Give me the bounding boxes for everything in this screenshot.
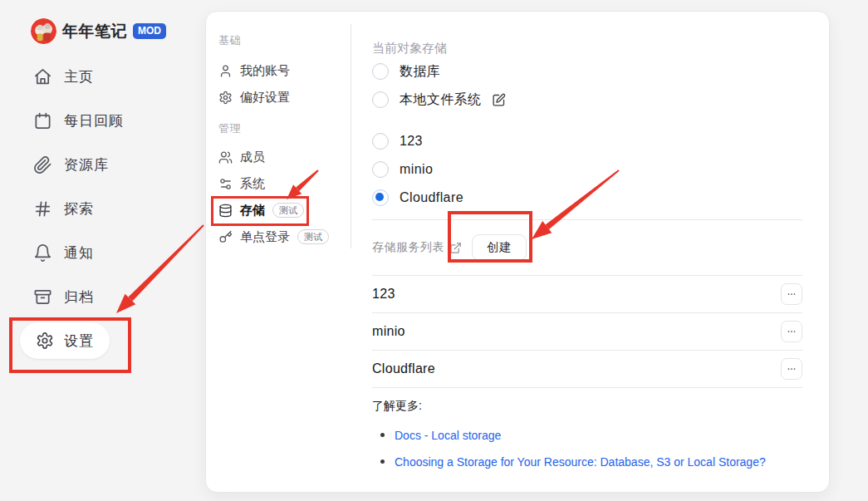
learn-more-links: Docs - Local storage Choosing a Storage … xyxy=(372,427,802,469)
sidebar-item-label: 通知 xyxy=(64,243,94,263)
calendar-icon xyxy=(33,111,52,130)
gear-icon xyxy=(36,332,54,350)
row-menu-button[interactable] xyxy=(781,283,802,305)
users-icon xyxy=(218,150,233,165)
settings-nav-preferences[interactable]: 偏好设置 xyxy=(218,87,290,107)
app-sidebar: 年年笔记 MOD 主页 每日回顾 资源库 探索 xyxy=(0,0,183,501)
sidebar-item-label: 每日回顾 xyxy=(64,111,124,130)
current-storage-label: 当前对象存储 xyxy=(372,42,802,55)
settings-nav-label: 存储 xyxy=(240,203,265,219)
docs-local-storage-link[interactable]: Docs - Local storage xyxy=(395,429,501,442)
sliders-icon xyxy=(218,177,233,191)
settings-nav-label: 成员 xyxy=(240,150,265,165)
mod-badge: MOD xyxy=(133,23,166,38)
settings-nav-sso[interactable]: 单点登录 测试 xyxy=(218,227,329,247)
service-row-minio: minio xyxy=(372,313,802,351)
settings-nav-storage[interactable]: 存储 测试 xyxy=(218,200,304,220)
create-button[interactable]: 创建 xyxy=(472,234,527,261)
storage-settings-panel: 当前对象存储 数据库 本地文件系统 123 minio xyxy=(372,12,802,480)
radio-label: 数据库 xyxy=(400,63,440,81)
app-screen: 年年笔记 MOD 主页 每日回顾 资源库 探索 xyxy=(0,0,868,501)
key-icon xyxy=(218,230,233,244)
settings-nav-system[interactable]: 系统 xyxy=(218,174,265,194)
radio-circle[interactable] xyxy=(372,63,389,80)
sidebar-item-home[interactable]: 主页 xyxy=(33,63,94,90)
bell-icon xyxy=(33,243,52,263)
radio-option-123[interactable]: 123 xyxy=(372,131,802,151)
hash-icon xyxy=(33,199,52,219)
bullet-dot xyxy=(380,459,385,464)
bullet-dot xyxy=(380,433,385,437)
learn-more-label: 了解更多: xyxy=(372,399,802,414)
radio-label: Cloudflare xyxy=(400,190,463,205)
service-row-123: 123 xyxy=(372,276,802,313)
settings-section-basic: 基础 xyxy=(218,33,241,48)
sidebar-item-daily-review[interactable]: 每日回顾 xyxy=(33,107,124,134)
sidebar-item-label: 资源库 xyxy=(64,155,109,174)
external-link-icon[interactable] xyxy=(449,242,462,254)
settings-nav-label: 偏好设置 xyxy=(240,90,290,106)
settings-nav-divider xyxy=(351,24,351,248)
link-item: Docs - Local storage xyxy=(372,427,802,443)
service-name: minio xyxy=(372,324,405,339)
radio-label: minio xyxy=(400,162,433,177)
row-menu-button[interactable] xyxy=(781,321,802,342)
radio-label: 本地文件系统 xyxy=(400,91,481,109)
app-title: 年年笔记 xyxy=(62,21,127,42)
radio-circle[interactable] xyxy=(372,133,389,150)
radio-option-cloudflare[interactable]: Cloudflare xyxy=(372,188,802,208)
choosing-storage-link[interactable]: Choosing a Storage for Your Resource: Da… xyxy=(395,455,766,469)
service-row-cloudflare: Cloudflare xyxy=(372,351,802,388)
sidebar-item-explore[interactable]: 探索 xyxy=(33,195,94,222)
app-logo[interactable]: 年年笔记 MOD xyxy=(31,18,166,44)
archive-icon xyxy=(33,287,52,307)
settings-nav-label: 单点登录 xyxy=(240,229,290,245)
settings-nav-members[interactable]: 成员 xyxy=(218,147,265,167)
service-name: 123 xyxy=(372,287,395,302)
sidebar-item-label: 设置 xyxy=(64,332,94,351)
sidebar-item-label: 归档 xyxy=(64,287,94,307)
radio-circle-selected[interactable] xyxy=(372,189,389,206)
sidebar-item-archive[interactable]: 归档 xyxy=(33,283,94,310)
radio-option-minio[interactable]: minio xyxy=(372,160,802,179)
sidebar-item-resources[interactable]: 资源库 xyxy=(33,151,109,178)
settings-nav-label: 我的账号 xyxy=(240,63,290,79)
sidebar-item-settings[interactable]: 设置 xyxy=(20,322,110,359)
link-item: Choosing a Storage for Your Resource: Da… xyxy=(372,454,802,469)
service-list-label: 存储服务列表 xyxy=(372,240,444,255)
home-icon xyxy=(33,67,52,86)
radio-circle[interactable] xyxy=(372,91,389,108)
gear-icon xyxy=(218,91,233,105)
edit-icon[interactable] xyxy=(492,93,506,107)
database-icon xyxy=(218,204,233,218)
paperclip-icon xyxy=(33,155,52,174)
radio-circle[interactable] xyxy=(372,161,389,178)
settings-dialog: 基础 我的账号 偏好设置 管理 成员 xyxy=(205,11,830,493)
app-avatar xyxy=(31,18,56,44)
radio-option-database[interactable]: 数据库 xyxy=(372,61,802,81)
radio-option-local-filesystem[interactable]: 本地文件系统 xyxy=(372,90,802,110)
settings-section-admin: 管理 xyxy=(218,121,241,136)
sidebar-item-label: 探索 xyxy=(64,199,94,219)
beta-badge: 测试 xyxy=(297,229,329,245)
sidebar-item-label: 主页 xyxy=(64,67,94,86)
sidebar-item-notifications[interactable]: 通知 xyxy=(33,239,94,266)
settings-nav-label: 系统 xyxy=(240,176,265,192)
storage-service-list-header: 存储服务列表 创建 xyxy=(372,219,802,276)
row-menu-button[interactable] xyxy=(781,358,802,380)
settings-nav-my-account[interactable]: 我的账号 xyxy=(218,61,290,81)
radio-label: 123 xyxy=(400,134,423,149)
beta-badge: 测试 xyxy=(272,203,304,219)
service-name: Cloudflare xyxy=(372,361,435,376)
user-icon xyxy=(218,64,233,78)
